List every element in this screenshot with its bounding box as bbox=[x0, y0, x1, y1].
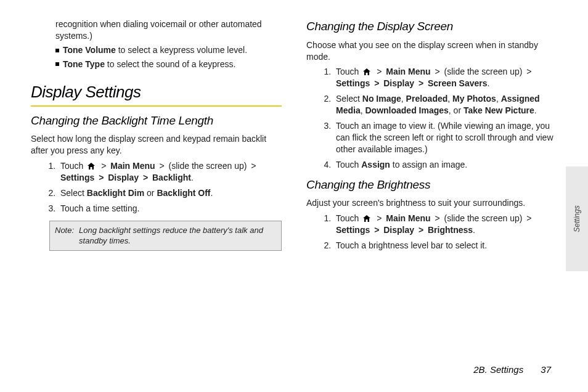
option-preloaded: Preloaded bbox=[406, 94, 448, 104]
step-text: (slide the screen up) bbox=[169, 161, 250, 171]
backlight-steps: Touch > Main Menu > (slide the screen up… bbox=[31, 160, 282, 214]
display-label: Display bbox=[383, 78, 414, 88]
step-text: Touch bbox=[336, 213, 361, 223]
chevron-text: > bbox=[101, 161, 106, 171]
continuation-text: recognition when dialing voicemail or ot… bbox=[31, 18, 282, 42]
subheading-display-screen: Changing the Display Screen bbox=[306, 18, 557, 35]
home-icon bbox=[362, 68, 371, 76]
chevron-text: > bbox=[374, 78, 379, 88]
list-item: Touch Assign to assign an image. bbox=[333, 159, 557, 171]
note-box: Note: Long backlight settings reduce the… bbox=[49, 221, 282, 251]
page-number: 37 bbox=[541, 364, 551, 375]
display-screen-intro: Choose what you see on the display scree… bbox=[306, 39, 557, 63]
chevron-text: > bbox=[526, 213, 531, 223]
tone-volume-text: to select a keypress volume level. bbox=[116, 45, 247, 55]
step-text: (slide the screen up) bbox=[444, 213, 525, 223]
list-item: Touch an image to view it. (While viewin… bbox=[333, 120, 557, 155]
backlight-label: Backlight bbox=[152, 173, 191, 182]
main-menu-label: Main Menu bbox=[386, 67, 430, 76]
backlight-off-label: Backlight Off bbox=[157, 188, 210, 198]
note-text: Long backlight settings reduce the batte… bbox=[79, 225, 276, 247]
chevron-text: > bbox=[526, 67, 531, 76]
home-icon bbox=[362, 214, 371, 223]
option-take-new-picture: Take New Picture bbox=[463, 105, 534, 115]
settings-label: Settings bbox=[336, 78, 370, 88]
brightness-intro: Adjust your screen's brightness to suit … bbox=[306, 197, 557, 209]
chevron-text: > bbox=[419, 225, 423, 235]
main-menu-label: Main Menu bbox=[386, 213, 430, 223]
list-item: Select No Image, Preloaded, My Photos, A… bbox=[333, 93, 557, 116]
backlight-intro: Select how long the display screen and k… bbox=[31, 133, 282, 157]
chevron-text: > bbox=[377, 213, 382, 223]
main-menu-label: Main Menu bbox=[110, 161, 155, 171]
subheading-brightness: Changing the Brightness bbox=[306, 177, 557, 193]
note-label: Note: bbox=[55, 225, 74, 247]
side-tab: Settings bbox=[566, 166, 588, 271]
chevron-text: > bbox=[377, 67, 382, 76]
display-label: Display bbox=[383, 225, 414, 235]
display-label: Display bbox=[108, 173, 139, 182]
list-item: Touch a brightness level bar to select i… bbox=[333, 240, 557, 251]
section-heading-display-settings: Display Settings bbox=[31, 81, 282, 103]
subheading-backlight: Changing the Backlight Time Length bbox=[31, 113, 282, 129]
display-screen-steps: Touch > Main Menu > (slide the screen up… bbox=[306, 66, 557, 170]
brightness-label: Brightness bbox=[428, 225, 473, 235]
step-text: Touch bbox=[60, 161, 86, 171]
step-text: Touch bbox=[336, 160, 361, 169]
option-my-photos: My Photos bbox=[452, 94, 496, 104]
chevron-text: > bbox=[419, 78, 423, 88]
chevron-text: > bbox=[159, 161, 164, 171]
page-footer: 2B. Settings 37 bbox=[473, 364, 551, 375]
brightness-steps: Touch > Main Menu > (slide the screen up… bbox=[306, 213, 557, 251]
square-bullet-icon bbox=[55, 62, 59, 66]
list-item: Touch > Main Menu > (slide the screen up… bbox=[58, 160, 282, 184]
settings-label: Settings bbox=[60, 173, 94, 182]
step-text: , or bbox=[449, 105, 463, 115]
settings-label: Settings bbox=[336, 225, 370, 235]
step-text: (slide the screen up) bbox=[444, 67, 525, 76]
bullet-tone-type: Tone Type to select the sound of a keypr… bbox=[31, 59, 282, 70]
screen-savers-label: Screen Savers bbox=[428, 78, 488, 88]
step-text: or bbox=[144, 188, 157, 198]
bullet-tone-volume: Tone Volume to select a keypress volume … bbox=[31, 44, 282, 56]
tone-type-label: Tone Type bbox=[63, 59, 105, 69]
chevron-text: > bbox=[99, 173, 104, 182]
section-rule bbox=[31, 105, 282, 107]
home-icon bbox=[87, 162, 96, 170]
chevron-text: > bbox=[435, 67, 439, 76]
chevron-text: > bbox=[435, 213, 439, 223]
assign-label: Assign bbox=[361, 160, 390, 169]
list-item: Select Backlight Dim or Backlight Off. bbox=[58, 187, 282, 199]
list-item: Touch > Main Menu > (slide the screen up… bbox=[333, 66, 557, 89]
step-text: Select bbox=[60, 188, 87, 198]
tone-volume-label: Tone Volume bbox=[63, 45, 116, 55]
side-tab-label: Settings bbox=[573, 205, 581, 232]
option-no-image: No Image bbox=[362, 94, 401, 104]
left-column: recognition when dialing voicemail or ot… bbox=[31, 18, 282, 333]
step-text: Select bbox=[336, 94, 362, 104]
backlight-dim-label: Backlight Dim bbox=[87, 188, 144, 198]
chevron-text: > bbox=[251, 161, 256, 171]
right-column: Changing the Display Screen Choose what … bbox=[306, 18, 557, 333]
step-text: to assign an image. bbox=[390, 160, 467, 169]
chevron-text: > bbox=[143, 173, 148, 182]
list-item: Touch > Main Menu > (slide the screen up… bbox=[333, 213, 557, 236]
square-bullet-icon bbox=[55, 49, 59, 52]
footer-section: 2B. Settings bbox=[473, 364, 523, 375]
step-text: Touch bbox=[336, 67, 361, 76]
chevron-text: > bbox=[374, 225, 379, 235]
tone-type-text: to select the sound of a keypress. bbox=[105, 59, 235, 69]
list-item: Touch a time setting. bbox=[58, 203, 282, 214]
option-downloaded-images: Downloaded Images bbox=[365, 105, 448, 115]
